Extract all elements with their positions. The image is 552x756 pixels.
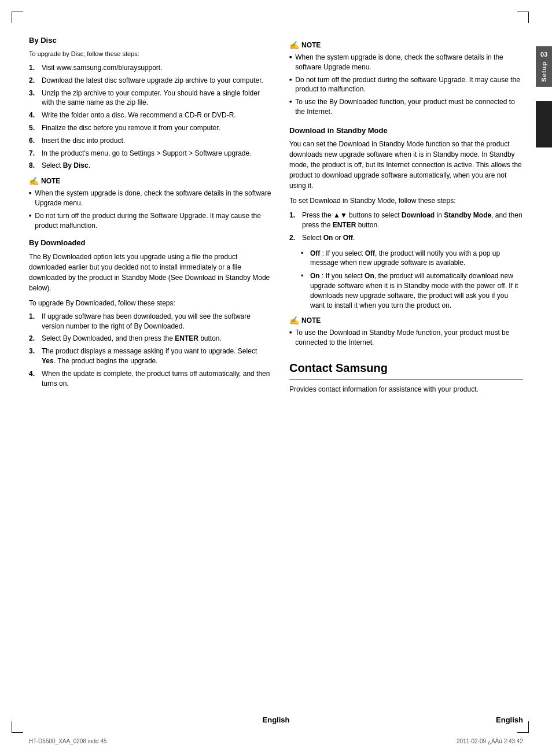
contact-samsung-section: Contact Samsung Provides contact informa…: [289, 359, 523, 394]
list-item: 3.Unzip the zip archive to your computer…: [29, 88, 272, 108]
note-list: When the system upgrade is done, check t…: [29, 189, 272, 230]
note-title: ✍ NOTE: [29, 176, 272, 186]
contact-samsung-text: Provides contact information for assista…: [289, 384, 523, 394]
list-item: 2.Select On or Off.: [289, 233, 523, 243]
note-item: To use the Download in Standby Mode func…: [289, 328, 523, 348]
by-disc-section: By Disc To upgrade by Disc, follow these…: [29, 35, 272, 230]
standby-to-set: To set Download in Standby Mode, follow …: [289, 196, 523, 206]
side-tab-bar: [536, 101, 552, 147]
note-title: ✍ NOTE: [289, 316, 523, 325]
side-tab-number: 03: [540, 51, 547, 58]
note-label: NOTE: [301, 41, 321, 49]
side-tab-text: Setup: [540, 61, 547, 82]
by-downloaded-section: By Downloaded The By Downloaded option l…: [29, 237, 272, 388]
footer: HT-D5500_XAA_0208.indd 45 2011-02-09 ¿ÀÀ…: [0, 738, 552, 744]
standby-intro: You can set the Download in Standby Mode…: [289, 139, 523, 191]
by-disc-note: ✍ NOTE When the system upgrade is done, …: [29, 176, 272, 230]
note-icon: ✍: [29, 176, 39, 186]
corner-mark-tr: [517, 12, 529, 23]
page-number-area: English: [496, 716, 523, 724]
footer-english: English: [263, 716, 290, 724]
note-list: When the system upgrade is done, check t…: [289, 53, 523, 117]
corner-mark-tl: [12, 12, 23, 23]
page: 03 Setup By Disc To upgrade by Disc, fol…: [0, 0, 552, 756]
standby-bullets: • Off : If you select Off, the product w…: [301, 249, 523, 311]
note-title: ✍ NOTE: [289, 40, 523, 50]
by-disc-intro: To upgrade by Disc, follow these steps:: [29, 49, 272, 59]
footer-language: English: [496, 716, 523, 724]
footer-date: 2011-02-09 ¿ÀÀû 2:43:42: [457, 738, 523, 744]
by-disc-title: By Disc: [29, 35, 272, 46]
note-item: Do not turn off the product during the s…: [289, 75, 523, 95]
list-item: 1.If upgrade software has been downloade…: [29, 312, 272, 331]
list-item: 2.Select By Downloaded, and then press t…: [29, 334, 272, 344]
side-tab: 03 Setup: [536, 46, 552, 87]
standby-note: ✍ NOTE To use the Download in Standby Mo…: [289, 316, 523, 348]
note-icon: ✍: [289, 40, 299, 50]
list-item: 3.The product displays a message asking …: [29, 346, 272, 366]
by-disc-steps: 1.Visit www.samsung.com/bluraysupport. 2…: [29, 63, 272, 171]
note-icon: ✍: [289, 316, 299, 325]
list-item: 4.When the update is complete, the produ…: [29, 369, 272, 389]
note-item: When the system upgrade is done, check t…: [29, 189, 272, 208]
by-downloaded-intro: The By Downloaded option lets you upgrad…: [29, 252, 272, 293]
list-item: 7.In the product's menu, go to Settings …: [29, 149, 272, 158]
left-column: By Disc To upgrade by Disc, follow these…: [29, 35, 272, 398]
list-item: 6.Insert the disc into product.: [29, 136, 272, 146]
footer-file: HT-D5500_XAA_0208.indd 45: [29, 738, 107, 744]
note-label: NOTE: [41, 177, 60, 185]
corner-mark-bl: [12, 721, 23, 733]
bullet-item: • On : If you select On, the product wil…: [301, 271, 523, 310]
content-area: By Disc To upgrade by Disc, follow these…: [0, 35, 552, 398]
list-item: 2.Download the latest disc software upgr…: [29, 76, 272, 86]
standby-title: Download in Standby Mode: [289, 125, 523, 137]
list-item: 1.Press the ▲▼ buttons to select Downloa…: [289, 211, 523, 230]
note-item: When the system upgrade is done, check t…: [289, 53, 523, 72]
list-item: 8.Select By Disc.: [29, 161, 272, 171]
by-downloaded-to-upgrade: To upgrade By Downloaded, follow these s…: [29, 298, 272, 308]
bullet-item: • Off : If you select Off, the product w…: [301, 249, 523, 268]
standby-steps: 1.Press the ▲▼ buttons to select Downloa…: [289, 211, 523, 242]
standby-section: Download in Standby Mode You can set the…: [289, 125, 523, 348]
note-list: To use the Download in Standby Mode func…: [289, 328, 523, 348]
note-item: Do not turn off the product during the S…: [29, 211, 272, 231]
by-downloaded-steps: 1.If upgrade software has been downloade…: [29, 312, 272, 389]
note-item: To use the By Downloaded function, your …: [289, 97, 523, 117]
right-note1: ✍ NOTE When the system upgrade is done, …: [289, 40, 523, 117]
list-item: 1.Visit www.samsung.com/bluraysupport.: [29, 63, 272, 73]
note-label: NOTE: [301, 316, 321, 324]
by-downloaded-title: By Downloaded: [29, 237, 272, 249]
list-item: 4.Write the folder onto a disc. We recom…: [29, 110, 272, 120]
right-column: ✍ NOTE When the system upgrade is done, …: [289, 35, 523, 398]
contact-samsung-title: Contact Samsung: [289, 359, 523, 379]
list-item: 5.Finalize the disc before you remove it…: [29, 123, 272, 133]
